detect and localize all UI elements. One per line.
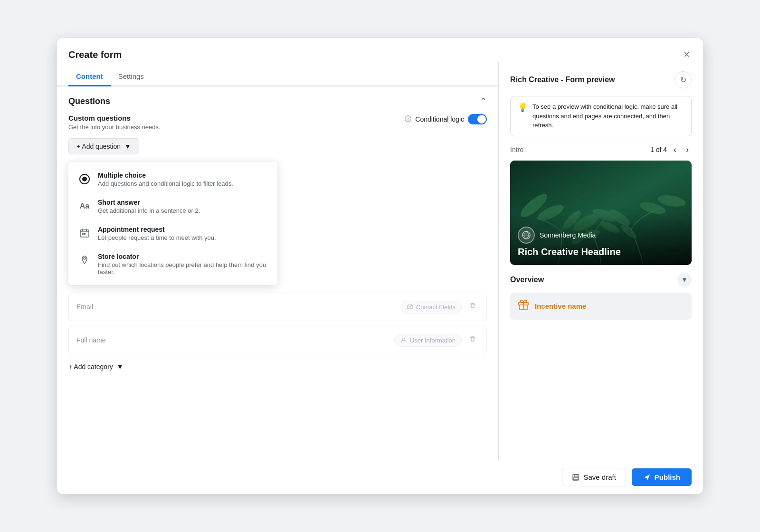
modal-body: Content Settings Questions ⌃ Custom ques… <box>57 62 703 460</box>
custom-questions-subtitle: Get the info your business needs. <box>68 124 161 131</box>
email-field-tag: Contact Fields <box>400 301 462 314</box>
info-box-text: To see a preview with conditional logic,… <box>532 102 684 130</box>
add-category-label: + Add category <box>68 363 113 370</box>
modal-footer: Save draft Publish <box>57 460 703 494</box>
publish-button[interactable]: Publish <box>632 468 692 486</box>
incentive-row: Incentive name <box>510 293 692 320</box>
preview-card-bottom: Sonnenberg Media Rich Creative Headline <box>518 227 684 257</box>
short-answer-title: Short answer <box>98 199 200 206</box>
left-content: Questions ⌃ Custom questions Get the inf… <box>57 86 498 460</box>
store-locator-subtitle: Find out which locations people prefer a… <box>98 261 268 276</box>
custom-questions-header: Custom questions Get the info your busin… <box>68 114 487 131</box>
fullname-delete-button[interactable] <box>466 333 479 347</box>
right-panel: Rich Creative - Form preview ↻ 💡 To see … <box>499 62 703 460</box>
collapse-button[interactable]: ⌃ <box>480 96 487 106</box>
brand-logo <box>518 227 535 244</box>
dropdown-menu: Multiple choice Add questions and condit… <box>68 162 277 285</box>
short-answer-subtitle: Get additional info in a sentence or 2. <box>98 207 200 214</box>
fullname-tag-label: User Information <box>410 337 456 344</box>
tab-settings[interactable]: Settings <box>111 67 152 86</box>
close-button[interactable]: × <box>682 48 692 62</box>
email-tag-label: Contact Fields <box>416 304 456 311</box>
appointment-subtitle: Let people request a time to meet with y… <box>98 234 216 241</box>
preview-card: × <box>510 161 692 265</box>
text-icon: Aa <box>78 200 91 213</box>
tab-content[interactable]: Content <box>68 67 111 86</box>
custom-questions-info: Custom questions Get the info your busin… <box>68 114 161 131</box>
save-draft-button[interactable]: Save draft <box>562 468 626 486</box>
lightbulb-icon: 💡 <box>517 102 528 130</box>
dropdown-item-store-locator[interactable]: Store locator Find out which locations p… <box>68 247 277 281</box>
add-question-label: + Add question <box>76 142 121 150</box>
overview-title: Overview <box>510 276 544 284</box>
refresh-button[interactable]: ↻ <box>674 71 692 88</box>
conditional-logic: ⓘ Conditional logic <box>405 114 487 124</box>
add-question-button[interactable]: + Add question ▼ <box>68 138 139 154</box>
pin-icon <box>78 254 91 267</box>
email-field-label: Email <box>76 303 400 311</box>
preview-headline: Rich Creative Headline <box>518 247 684 257</box>
incentive-name: Incentive name <box>535 302 586 310</box>
multiple-choice-subtitle: Add questions and conditional logic to f… <box>98 180 233 187</box>
next-button[interactable]: › <box>683 144 692 156</box>
svg-rect-4 <box>82 233 84 235</box>
create-form-modal: Create form × Content Settings Questions… <box>57 38 703 494</box>
conditional-logic-label: Conditional logic <box>415 115 464 123</box>
save-icon <box>572 474 580 481</box>
fullname-field-row: Full name User Information <box>68 326 487 354</box>
svg-rect-27 <box>573 475 579 480</box>
dropdown-arrow-icon: ▼ <box>124 142 131 150</box>
preview-image: Sonnenberg Media Rich Creative Headline <box>510 161 692 265</box>
nav-controls: 1 of 4 ‹ › <box>650 144 692 156</box>
svg-point-6 <box>84 257 86 259</box>
questions-section-header: Questions ⌃ <box>68 96 487 106</box>
dropdown-item-multiple-choice[interactable]: Multiple choice Add questions and condit… <box>68 166 277 193</box>
dropdown-item-short-answer[interactable]: Aa Short answer Get additional info in a… <box>68 193 277 220</box>
appointment-title: Appointment request <box>98 226 216 233</box>
overview-chevron-button[interactable]: ▾ <box>677 273 692 287</box>
svg-rect-5 <box>84 233 86 235</box>
radio-icon <box>78 172 91 186</box>
email-delete-button[interactable] <box>466 300 479 314</box>
custom-questions-title: Custom questions <box>68 114 161 122</box>
brand-name: Sonnenberg Media <box>540 231 596 239</box>
conditional-logic-toggle[interactable] <box>468 114 487 124</box>
nav-row: Intro 1 of 4 ‹ › <box>510 144 692 156</box>
store-locator-title: Store locator <box>98 253 268 260</box>
brand-row: Sonnenberg Media <box>518 227 684 244</box>
preview-header: Rich Creative - Form preview ↻ <box>510 71 692 88</box>
add-category-arrow: ▼ <box>117 363 124 370</box>
add-category-button[interactable]: + Add category ▼ <box>68 359 124 374</box>
prev-button[interactable]: ‹ <box>671 144 679 156</box>
section-title: Questions <box>68 96 110 106</box>
modal-header: Create form × <box>57 38 703 62</box>
publish-label: Publish <box>655 473 680 481</box>
calendar-icon <box>78 227 91 240</box>
intro-label: Intro <box>510 146 523 153</box>
incentive-icon <box>518 299 529 313</box>
preview-title: Rich Creative - Form preview <box>510 76 615 84</box>
fullname-field-label: Full name <box>76 336 394 344</box>
overview-header: Overview ▾ <box>510 273 692 287</box>
email-field-row: Email Contact Fields <box>68 293 487 321</box>
save-draft-label: Save draft <box>583 473 616 481</box>
modal-title: Create form <box>68 49 122 60</box>
left-panel: Content Settings Questions ⌃ Custom ques… <box>57 62 499 460</box>
info-box: 💡 To see a preview with conditional logi… <box>510 96 692 136</box>
fullname-field-tag: User Information <box>394 334 462 347</box>
nav-count: 1 of 4 <box>650 146 667 153</box>
multiple-choice-title: Multiple choice <box>98 171 233 179</box>
partial-fields-area: Email Contact Fields <box>68 293 487 354</box>
send-icon <box>643 474 651 481</box>
dropdown-item-appointment[interactable]: Appointment request Let people request a… <box>68 220 277 247</box>
svg-rect-29 <box>573 478 578 480</box>
tabs: Content Settings <box>57 62 498 86</box>
info-icon: ⓘ <box>405 115 411 124</box>
svg-rect-28 <box>574 475 577 477</box>
